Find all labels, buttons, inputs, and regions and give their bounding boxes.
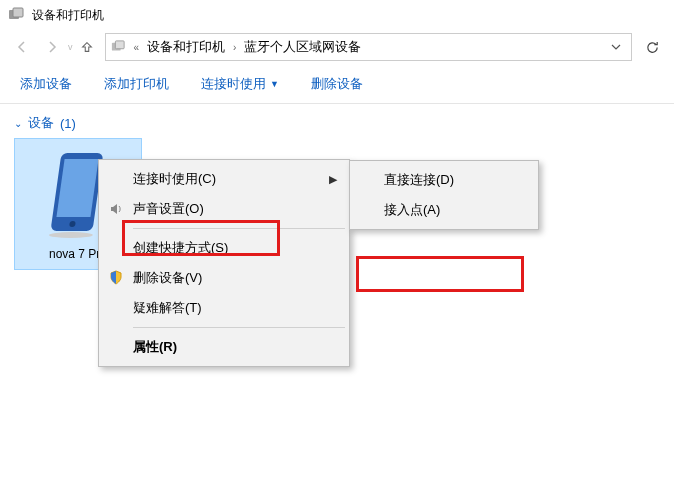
connect-using-label: 连接时使用 (201, 75, 266, 93)
ctx-sound-settings[interactable]: 声音设置(O) (101, 194, 347, 224)
command-bar: 添加设备 添加打印机 连接时使用 ▼ 删除设备 (0, 64, 674, 104)
group-header-devices[interactable]: ⌄ 设备 (1) (14, 114, 660, 132)
breadcrumb-part-1[interactable]: 设备和打印机 (147, 38, 225, 56)
group-label: 设备 (28, 114, 54, 132)
speaker-icon (107, 200, 125, 218)
content-area: ⌄ 设备 (1) nova 7 Pro 连接时使用(C) (0, 104, 674, 503)
breadcrumb-sep-icon: « (132, 42, 142, 53)
ctx-item-label: 删除设备(V) (133, 269, 202, 287)
ctx-item-label: 连接时使用(C) (133, 170, 216, 188)
ctx-create-shortcut[interactable]: 创建快捷方式(S) (101, 233, 347, 263)
ctx-item-label: 属性(R) (133, 338, 177, 356)
nav-history-caret[interactable]: v (68, 42, 73, 52)
ctx-separator (133, 228, 345, 229)
connect-using-button[interactable]: 连接时使用 ▼ (199, 71, 281, 97)
breadcrumb-part-2[interactable]: 蓝牙个人区域网设备 (244, 38, 361, 56)
ctx-item-label: 声音设置(O) (133, 200, 204, 218)
breadcrumb[interactable]: « 设备和打印机 › 蓝牙个人区域网设备 (105, 33, 633, 61)
nav-up-button[interactable] (75, 33, 99, 61)
ctx-separator (133, 327, 345, 328)
group-count: (1) (60, 116, 76, 131)
nav-bar: v « 设备和打印机 › 蓝牙个人区域网设备 (0, 30, 674, 64)
breadcrumb-icon (110, 39, 126, 55)
ctx-troubleshoot[interactable]: 疑难解答(T) (101, 293, 347, 323)
svg-point-7 (48, 232, 93, 238)
ctx-item-label: 接入点(A) (384, 201, 440, 219)
ctx-access-point[interactable]: 接入点(A) (352, 195, 536, 225)
ctx-direct-connect[interactable]: 直接连接(D) (352, 165, 536, 195)
context-submenu: 直接连接(D) 接入点(A) (349, 160, 539, 230)
svg-rect-1 (13, 8, 23, 17)
svg-rect-3 (115, 41, 124, 49)
shield-icon (107, 269, 125, 287)
ctx-item-label: 创建快捷方式(S) (133, 239, 228, 257)
remove-device-button[interactable]: 删除设备 (309, 71, 365, 97)
nav-forward-button[interactable] (38, 33, 66, 61)
add-printer-button[interactable]: 添加打印机 (102, 71, 171, 97)
context-menu: 连接时使用(C) ▶ 声音设置(O) 创建快捷方式(S) 删除设备(V) 疑难 (98, 159, 350, 367)
ctx-properties[interactable]: 属性(R) (101, 332, 347, 362)
devices-icon (8, 7, 24, 23)
chevron-right-icon[interactable]: › (231, 42, 238, 53)
breadcrumb-dropdown[interactable] (605, 40, 627, 55)
nav-back-button[interactable] (8, 33, 36, 61)
ctx-item-label: 直接连接(D) (384, 171, 454, 189)
window-title: 设备和打印机 (32, 7, 104, 24)
chevron-down-icon: ⌄ (14, 118, 22, 129)
add-device-button[interactable]: 添加设备 (18, 71, 74, 97)
titlebar: 设备和打印机 (0, 0, 674, 30)
ctx-item-label: 疑难解答(T) (133, 299, 202, 317)
chevron-right-icon: ▶ (329, 173, 337, 186)
ctx-connect-using[interactable]: 连接时使用(C) ▶ (101, 164, 347, 194)
ctx-delete-device[interactable]: 删除设备(V) (101, 263, 347, 293)
refresh-button[interactable] (638, 33, 666, 61)
chevron-down-icon: ▼ (270, 79, 279, 89)
